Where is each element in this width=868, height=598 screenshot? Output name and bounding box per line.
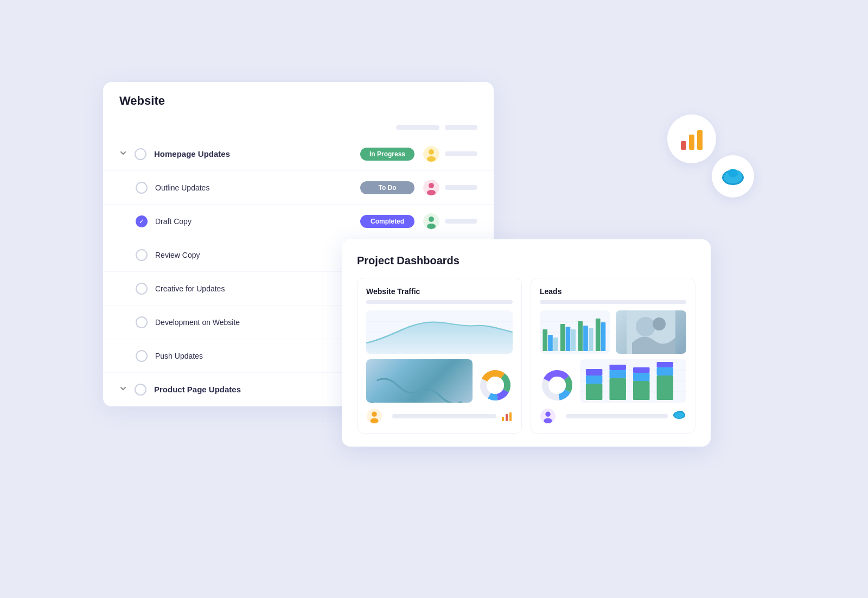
task-checkbox[interactable] [136,249,148,261]
svg-point-2 [427,156,436,162]
cloud-icon [721,167,745,186]
panel-bar [540,300,686,304]
svg-point-71 [545,412,550,417]
salesforce-floating-icon [712,155,754,198]
panel-title: Website Traffic [366,287,513,296]
task-name: Outline Updates [155,183,360,192]
stacked-bar-chart [580,359,686,403]
svg-point-4 [429,183,434,188]
svg-rect-32 [509,412,512,421]
task-checkbox[interactable] [136,182,148,194]
footer-avatar [540,408,556,424]
task-name: Creative for Updates [155,284,360,293]
dashboard-card: Project Dashboards Website Traffic [342,239,711,447]
svg-rect-75 [681,141,686,150]
svg-rect-46 [601,322,606,351]
salesforce-icon [672,411,686,422]
task-checkbox[interactable] [135,384,146,396]
svg-rect-62 [609,370,626,378]
task-checkbox[interactable] [136,283,148,295]
status-badge: In Progress [360,148,414,161]
svg-point-8 [427,224,436,229]
scene: Website Homepage Updates In Progress [81,55,787,543]
svg-rect-38 [553,338,558,351]
svg-point-72 [544,418,552,423]
chart-area [366,310,513,354]
svg-rect-65 [633,373,649,381]
svg-rect-41 [571,329,576,351]
panel-bar [366,300,513,304]
svg-rect-63 [609,365,626,370]
bar-chart-icon [501,410,513,422]
panel-title: Leads [540,287,686,296]
task-row: Homepage Updates In Progress [103,137,494,171]
donut-chart [478,368,513,403]
svg-rect-43 [583,326,588,351]
footer-bar [392,414,496,418]
svg-point-5 [427,190,436,195]
svg-point-82 [728,169,738,177]
svg-rect-39 [560,324,565,351]
chart-area-2 [366,359,513,403]
svg-point-7 [429,217,434,222]
svg-point-1 [429,149,434,155]
dashboard-grid: Website Traffic [357,278,695,434]
col-header-assignee [445,125,477,130]
task-card-header: Website [103,82,494,118]
svg-rect-45 [596,319,601,351]
chevron-down-icon[interactable] [119,149,129,159]
svg-rect-68 [657,367,673,376]
leads-panel: Leads [531,278,695,434]
task-checkbox[interactable] [136,316,148,328]
avatar [423,146,439,162]
task-name: Development on Website [155,318,360,327]
svg-rect-59 [586,376,602,384]
avatar-bar [445,219,477,224]
task-checkbox[interactable] [135,148,146,160]
task-checkbox[interactable]: ✓ [136,215,148,227]
dashboard-title: Project Dashboards [357,255,695,267]
footer-bar [566,414,668,418]
svg-point-49 [653,317,666,330]
chart-area-2 [540,359,686,403]
svg-point-26 [487,377,504,394]
svg-point-74 [674,412,684,418]
task-name: Homepage Updates [154,149,360,158]
bar-chart-icon [679,126,705,152]
task-name: Draft Copy [155,217,360,226]
status-badge: To Do [360,181,414,194]
svg-rect-67 [657,376,673,400]
task-card-title: Website [119,94,477,108]
bar-chart [540,310,610,354]
checkmark-icon: ✓ [139,218,144,225]
svg-rect-42 [578,321,583,351]
svg-rect-64 [633,381,649,400]
area-chart [366,310,513,354]
svg-rect-60 [586,369,602,376]
image-thumbnail [616,310,686,354]
map-chart [366,359,473,403]
svg-rect-40 [566,327,571,351]
task-row: Outline Updates To Do [103,171,494,205]
panel-footer [366,408,513,424]
svg-rect-36 [542,329,547,351]
column-headers [103,118,494,137]
svg-rect-66 [633,367,649,373]
task-row: ✓ Draft Copy Completed [103,205,494,238]
svg-rect-61 [609,378,626,400]
chevron-down-icon[interactable] [119,385,129,395]
task-checkbox[interactable] [136,350,148,362]
avatar [423,180,439,196]
svg-point-29 [371,418,379,423]
svg-rect-69 [657,362,673,367]
svg-rect-30 [502,417,504,421]
task-name: Review Copy [155,251,360,259]
svg-point-28 [372,412,376,417]
footer-avatar [366,408,382,424]
website-traffic-panel: Website Traffic [357,278,522,434]
status-badge: Completed [360,215,414,228]
avatar-bar [445,185,477,190]
avatar-bar [445,151,477,156]
col-header-status [396,125,439,130]
svg-rect-31 [506,414,508,421]
